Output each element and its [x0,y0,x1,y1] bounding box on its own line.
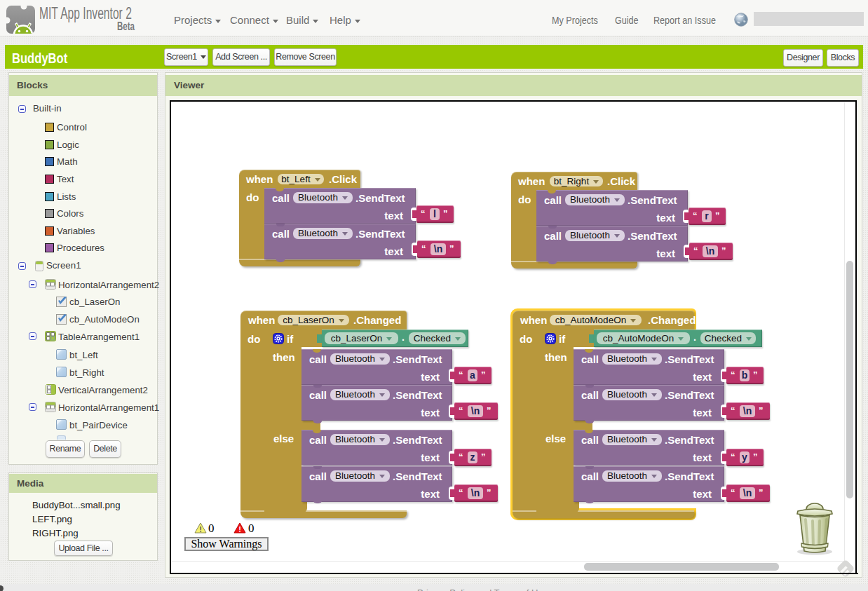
svg-text:!: ! [238,525,241,534]
svg-text:!: ! [199,525,202,534]
